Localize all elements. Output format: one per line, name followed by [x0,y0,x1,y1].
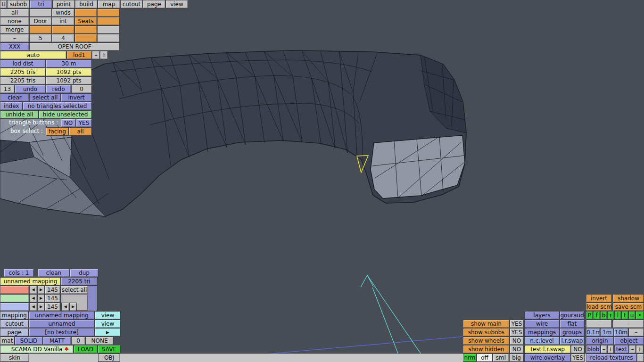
show-subobs-value[interactable]: YES [510,328,524,337]
color-swatch-green[interactable] [0,294,29,303]
select-all-mapping[interactable]: select all [60,286,88,294]
text-minus[interactable]: – [629,345,636,354]
tab-cutout[interactable]: cutout [120,0,143,8]
nrm-sml[interactable]: sml [493,354,509,362]
view-b[interactable]: b [600,311,607,320]
obj-button[interactable]: OBJ [98,354,120,362]
wnds[interactable]: wnds [52,8,74,17]
origin[interactable]: origin [586,337,614,345]
sel-next[interactable]: ▶ [69,303,77,311]
text[interactable]: text [614,345,629,354]
5[interactable]: 5 [29,34,52,42]
view-p[interactable]: P [586,311,593,320]
facing[interactable]: facing [46,127,69,136]
text-plus[interactable]: + [636,345,644,354]
matt[interactable]: MATT [43,337,71,345]
dup[interactable]: dup [70,269,99,277]
unhide-all[interactable]: unhide all [0,110,39,119]
lod-plus[interactable]: + [100,51,108,59]
cutout-select[interactable]: unnamed [29,320,95,328]
none[interactable]: NONE [85,337,114,345]
swatch-next[interactable]: ▶ [37,294,45,303]
channel-value[interactable]: 145 [45,286,60,294]
none[interactable]: none [0,17,29,25]
select-all[interactable]: select all [29,93,61,102]
10m[interactable]: 10m [614,328,628,337]
seats[interactable]: Seats [74,17,97,25]
group-cell[interactable] [97,8,120,17]
lod-dist[interactable]: lod dist [0,59,46,68]
tab-build[interactable]: build [75,0,98,8]
view-u[interactable]: u [628,311,636,320]
color-swatch-red[interactable] [0,286,29,294]
dash-button[interactable]: – [628,328,644,337]
nrm-off[interactable]: off [477,354,493,362]
layers[interactable]: layers [524,311,560,320]
redo[interactable]: redo [46,85,71,93]
box-select-all[interactable]: all [69,127,92,136]
triangle-buttons-no[interactable]: NO [61,119,76,127]
mapping-name[interactable]: unnamed mapping [0,277,61,286]
mat-index[interactable]: 0 [71,337,85,345]
group-cell[interactable] [29,25,52,34]
flat[interactable]: flat [560,320,585,328]
nrm-big[interactable]: big [509,354,524,362]
clear[interactable]: clear [0,93,29,102]
group-cell[interactable] [97,34,120,42]
axis-dot[interactable]: • [636,311,644,320]
tab-page[interactable]: page [143,0,165,8]
undo[interactable]: undo [15,85,46,93]
h[interactable]: H [0,0,7,8]
all[interactable]: all [0,8,29,17]
0-1m[interactable]: 0.1m [586,328,600,337]
swatch-next[interactable]: ▶ [37,286,45,294]
tab-view[interactable]: view [165,0,188,8]
cutout-view[interactable]: view [95,320,121,328]
group-cell[interactable] [97,25,120,34]
mapping-view[interactable]: view [95,311,121,320]
gouraud[interactable]: gouraud [560,311,585,320]
dash-button[interactable]: – [637,354,644,362]
nrm[interactable]: nrm [463,354,477,362]
object[interactable]: object [614,337,644,345]
group-cell[interactable] [97,17,120,25]
swatch-prev[interactable]: ◀ [29,294,37,303]
invert[interactable]: invert [61,93,92,102]
group-cell[interactable] [29,8,52,17]
index[interactable]: index [0,102,23,110]
lod-dist-value[interactable]: 30 m [46,59,92,68]
xxx-button[interactable]: XXX [0,42,29,51]
wire[interactable]: wire [524,320,560,328]
group-cell[interactable] [52,25,74,34]
wire-overlay-value[interactable]: YES [571,354,585,362]
invert-shadow[interactable]: invert [586,294,612,303]
triangle-buttons-yes[interactable]: YES [76,119,92,127]
groups[interactable]: groups [560,328,585,337]
show-main-value[interactable]: YES [510,320,524,328]
view-r[interactable]: r [607,311,614,320]
lod1[interactable]: lod1 [66,51,92,59]
solid[interactable]: SOLID [15,337,43,345]
load[interactable]: LOAD [74,345,98,354]
show-wheels-value[interactable]: NO [510,337,524,345]
show-main[interactable]: show main [463,320,510,328]
door[interactable]: Door [29,17,52,25]
test-lr-swap-value[interactable]: NO [571,345,585,354]
blob-plus[interactable]: + [607,345,614,354]
int[interactable]: int [52,17,74,25]
tab-subob[interactable]: subob [7,0,30,8]
group-cell[interactable] [74,8,97,17]
tab-point[interactable]: point [52,0,75,8]
sel-prev[interactable]: ◀ [61,303,69,311]
test-l-r-swap[interactable]: test l.r.swap [524,345,571,354]
shadow[interactable]: shadow [613,294,644,303]
wire-overlay[interactable]: wire overlay [524,354,571,362]
merge[interactable]: merge [0,25,29,34]
1m[interactable]: 1m [600,328,614,337]
hide-unselected[interactable]: hide unselected [39,110,92,119]
show-hidden-value[interactable]: NO [510,345,524,354]
save[interactable]: SAVE [98,345,121,354]
show-hidden[interactable]: show hidden [463,345,510,354]
tab-map[interactable]: map [98,0,120,8]
blob[interactable]: blob [586,345,601,354]
